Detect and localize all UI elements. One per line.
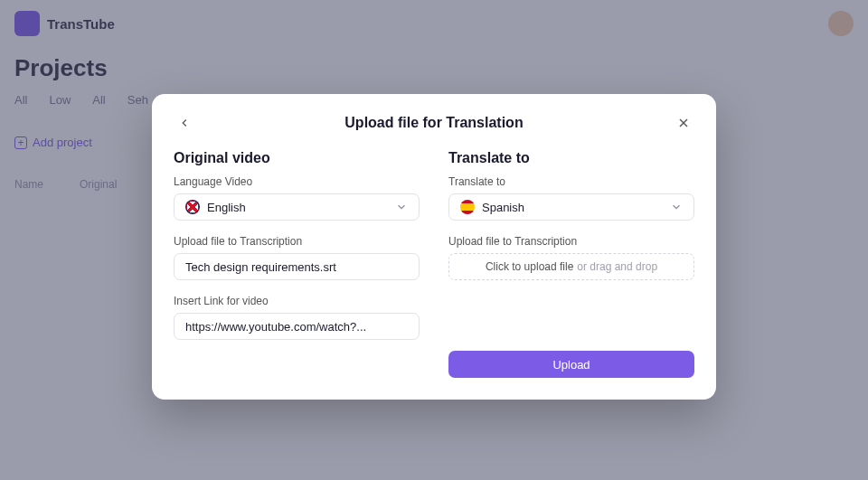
close-icon: [676, 116, 691, 130]
translate-to-label: Translate to: [448, 175, 694, 188]
chevron-left-icon: [178, 117, 191, 129]
dropzone-cta: Click to upload file: [486, 260, 573, 273]
target-language-value: Spanish: [482, 201, 524, 214]
translate-section-title: Translate to: [448, 150, 694, 166]
video-link-input[interactable]: https://www.youtube.com/watch?...: [174, 313, 420, 340]
upload-modal: Upload file for Translation Original vid…: [152, 94, 716, 400]
spain-flag-icon: [460, 200, 475, 214]
upload-button[interactable]: Upload: [448, 351, 694, 378]
original-language-select[interactable]: English: [174, 193, 420, 221]
translate-column: Translate to Translate to Spanish Upload…: [448, 150, 694, 378]
dropzone-hint: or drag and drop: [577, 260, 657, 273]
uk-flag-icon: [185, 200, 200, 214]
modal-title: Upload file for Translation: [344, 115, 523, 131]
chevron-down-icon: [670, 201, 683, 213]
chevron-down-icon: [395, 201, 408, 213]
target-upload-label: Upload file to Transcription: [448, 235, 694, 248]
target-file-dropzone[interactable]: Click to upload file or drag and drop: [448, 253, 694, 280]
original-upload-label: Upload file to Transcription: [174, 235, 420, 248]
close-button[interactable]: [673, 112, 694, 134]
original-column: Original video Language Video English Up…: [174, 150, 420, 378]
video-link-value: https://www.youtube.com/watch?...: [185, 320, 366, 334]
insert-link-label: Insert Link for video: [174, 295, 420, 307]
modal-header: Upload file for Translation: [174, 112, 694, 134]
target-language-select[interactable]: Spanish: [448, 193, 694, 221]
modal-overlay: Upload file for Translation Original vid…: [0, 0, 868, 480]
original-file-field[interactable]: Tech design requirements.srt: [174, 253, 420, 280]
language-video-label: Language Video: [174, 175, 420, 188]
original-file-name: Tech design requirements.srt: [185, 260, 336, 274]
back-button[interactable]: [174, 112, 195, 134]
original-language-value: English: [207, 201, 246, 214]
original-section-title: Original video: [174, 150, 420, 166]
